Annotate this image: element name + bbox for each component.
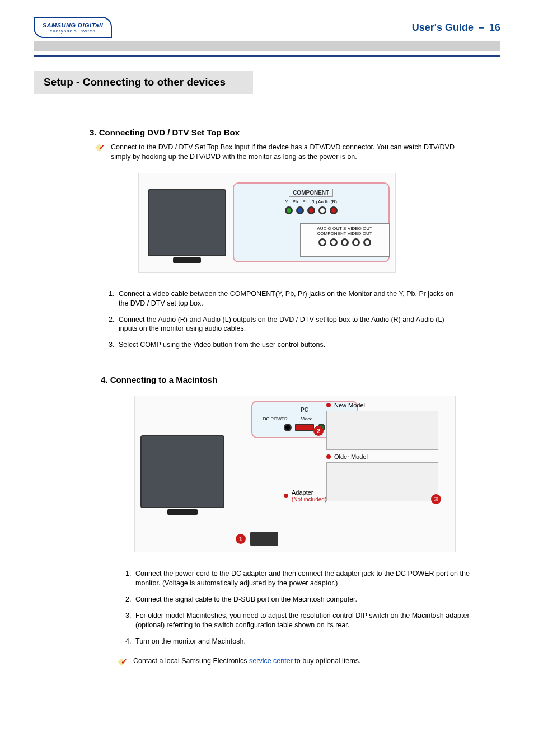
new-model-label: New Model <box>334 402 365 408</box>
section4-step-1: Connect the power cord to the DC adapter… <box>133 569 478 588</box>
jack-audio-r-icon <box>330 206 338 214</box>
section4-step-4: Turn on the monitor and Macintosh. <box>133 637 478 646</box>
section-title: Setup - Connecting to other devices <box>44 76 243 88</box>
section4-step-2: Connect the signal cable to the D-SUB po… <box>133 595 478 604</box>
mac-models-column: New Model 2 Older Model 3 Adapter (Not i… <box>326 400 444 505</box>
brand-logo: SAMSUNG DIGITall everyone's invited <box>34 17 112 38</box>
header-gray-bar <box>34 41 500 51</box>
logo-top-text: SAMSUNG DIGITall <box>43 22 103 29</box>
callout-1: 1 <box>236 534 246 544</box>
section3-steps-list: Connect a video cable between the COMPON… <box>106 289 456 350</box>
jack-labels-row: Y Pb Pr (L) Audio (R) <box>238 199 384 204</box>
video-label: Video <box>301 416 312 421</box>
older-model-label-row: Older Model <box>326 453 444 460</box>
section-title-banner: Setup - Connecting to other devices <box>34 71 253 94</box>
not-included-label: (Not included) <box>292 496 326 503</box>
device-jack-icon <box>330 238 338 246</box>
component-jack-row <box>238 206 384 214</box>
section3-heading: 3. Connecting DVD / DTV Set Top Box <box>90 128 500 137</box>
adapter-block: 1 <box>236 532 278 546</box>
jack-y-icon <box>285 206 293 214</box>
jack-label-pr: Pr <box>303 199 307 204</box>
dc-power-label: DC POWER <box>263 416 288 421</box>
adapter-label: Adapter <box>292 489 313 496</box>
dvd-device-box: AUDIO OUT S-VIDEO OUT COMPONENT VIDEO OU… <box>300 223 390 257</box>
section3-note-row: Connect to the DVD / DTV Set Top Box inp… <box>95 143 456 162</box>
mac-monitor-icon <box>140 435 224 508</box>
jack-audio-l-icon <box>318 206 326 214</box>
jack-pr-icon <box>307 206 315 214</box>
device-jack-icon <box>341 238 349 246</box>
device-output-labels: AUDIO OUT S-VIDEO OUT COMPONENT VIDEO OU… <box>317 226 372 236</box>
component-panel-label: COMPONENT <box>289 189 333 197</box>
power-adapter-icon <box>250 532 278 546</box>
adapter-label-row: Adapter (Not included) <box>284 489 326 503</box>
dsub-port-icon <box>295 424 314 431</box>
note-icon <box>118 657 129 666</box>
section-divider <box>101 361 444 361</box>
section3-step-2: Connect the Audio (R) and Audio (L) outp… <box>116 315 456 334</box>
section3-note-text: Connect to the DVD / DTV Set Top Box inp… <box>111 143 456 162</box>
section3-step-3: Select COMP using the Video button from … <box>116 340 456 350</box>
callout-3: 3 <box>431 494 441 504</box>
section4-steps-list: Connect the power cord to the DC adapter… <box>123 569 478 646</box>
bullet-icon <box>326 403 331 407</box>
old-mac-box-icon: 3 <box>326 462 438 501</box>
logo-bottom-text: everyone's invited <box>50 29 96 34</box>
header-rule <box>34 55 500 57</box>
bullet-icon <box>326 454 331 459</box>
diagram-component-panel: COMPONENT Y Pb Pr (L) Audio (R) AUDIO OU… <box>233 182 390 262</box>
new-model-label-row: New Model <box>326 402 444 408</box>
page-number-title: User's Guide － 16 <box>412 21 500 34</box>
footer-post: to buy optional items. <box>293 657 361 665</box>
section3-diagram: COMPONENT Y Pb Pr (L) Audio (R) AUDIO OU… <box>138 173 396 273</box>
jack-label-y: Y <box>285 199 288 204</box>
jack-label-pb: Pb <box>293 199 298 204</box>
dc-power-jack-icon <box>284 424 292 431</box>
device-jack-icon <box>318 238 326 246</box>
footer-note-text: Contact a local Samsung Electronics serv… <box>133 657 360 665</box>
new-mac-box-icon: 2 <box>326 411 438 450</box>
older-model-label: Older Model <box>334 453 368 460</box>
section4-diagram: PC DC POWER Video Audio(ST) New Model 2 … <box>134 396 456 552</box>
note-icon <box>95 143 106 152</box>
device-jack-icon <box>352 238 360 246</box>
section4-step-3: For older model Macintoshes, you need to… <box>133 611 478 630</box>
diagram-monitor-icon <box>148 189 226 256</box>
section4-heading: 4. Connecting to a Macintosh <box>101 375 500 384</box>
service-center-link[interactable]: service center <box>249 657 293 665</box>
device-jack-icon <box>363 238 371 246</box>
section4-footer-note: Contact a local Samsung Electronics serv… <box>118 657 467 666</box>
callout-2: 2 <box>313 426 324 436</box>
jack-label-audio: (L) Audio (R) <box>312 199 337 204</box>
section3-step-1: Connect a video cable between the COMPON… <box>116 289 456 308</box>
jack-pb-icon <box>296 206 304 214</box>
pc-panel-label: PC <box>297 406 312 414</box>
footer-pre: Contact a local Samsung Electronics <box>133 657 249 665</box>
page-header: SAMSUNG DIGITall everyone's invited User… <box>34 17 500 38</box>
bullet-icon <box>284 494 288 498</box>
